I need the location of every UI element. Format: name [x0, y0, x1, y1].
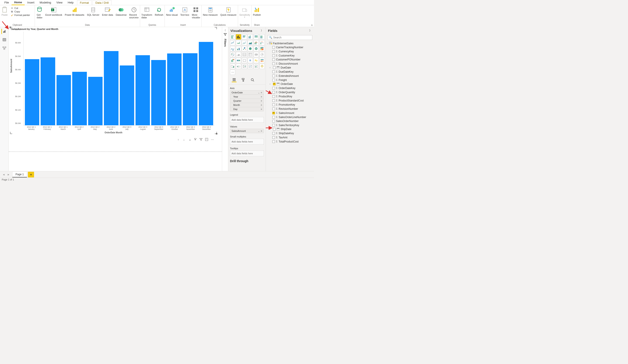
field-promotionkey[interactable]: ΣPromotionKey [267, 103, 313, 107]
viz-type-9[interactable] [248, 40, 253, 45]
axis-item-day[interactable]: Day✕ [230, 107, 264, 111]
expand-button[interactable] [194, 138, 197, 141]
field-carriertrackingnumber[interactable]: CarrierTrackingNumber [267, 45, 313, 49]
field-salesamount[interactable]: ΣSalesAmount [267, 111, 313, 115]
viz-type-14[interactable] [242, 46, 247, 51]
field-freight[interactable]: ΣFreight [267, 78, 313, 82]
focus-mode-button[interactable] [205, 138, 208, 141]
copy-button[interactable]: ⧉Copy [10, 10, 30, 13]
viz-type-21[interactable] [248, 52, 253, 57]
chart-bar[interactable] [57, 75, 71, 125]
chart-bar[interactable] [136, 55, 150, 125]
viz-type-7[interactable] [236, 40, 241, 45]
menu-home[interactable]: Home [11, 0, 25, 5]
field-checkbox[interactable] [272, 75, 275, 77]
axis-field-orderdate[interactable]: OrderDate⌄✕ [230, 90, 264, 95]
analytics-mode-button[interactable] [250, 77, 255, 82]
viz-type-28[interactable]: Py [253, 58, 259, 63]
menu-insert[interactable]: Insert [25, 0, 37, 5]
field-checkbox[interactable] [272, 99, 275, 102]
chart-bar[interactable] [25, 59, 39, 125]
field-orderquantity[interactable]: ΣOrderQuantity [267, 90, 313, 94]
add-page-button[interactable]: + [28, 172, 34, 177]
viz-type-17[interactable] [259, 46, 265, 51]
viz-type-30[interactable] [230, 64, 235, 69]
recent-sources-button[interactable]: Recentsources▾ [128, 6, 140, 19]
sm-well-placeholder[interactable]: Add data fields here [230, 139, 264, 145]
axis-item-quarter[interactable]: Quarter✕ [230, 99, 264, 103]
field-checkbox[interactable] [272, 58, 275, 61]
field-checkbox[interactable] [272, 95, 275, 98]
field-checkbox[interactable] [272, 71, 275, 73]
cut-button[interactable]: ✂Cut [10, 6, 30, 10]
field-duedatekey[interactable]: ΣDueDateKey [267, 70, 313, 74]
menu-data-drill[interactable]: Data / Drill [92, 0, 111, 5]
field-checkbox[interactable] [273, 83, 276, 85]
chart-bar[interactable] [151, 60, 166, 125]
field-checkbox[interactable] [272, 46, 275, 49]
chart-bar[interactable] [88, 77, 103, 125]
remove-month[interactable]: ✕ [260, 104, 262, 106]
viz-type-12[interactable] [230, 46, 235, 51]
refresh-button[interactable]: Refresh [154, 6, 165, 17]
viz-type-16[interactable] [253, 46, 259, 51]
tooltips-well-placeholder[interactable]: Add data fields here [230, 150, 264, 156]
viz-type-27[interactable]: R [248, 58, 253, 63]
viz-type-36[interactable]: ⋯ [230, 70, 235, 75]
remove-day[interactable]: ✕ [260, 108, 262, 110]
menu-view[interactable]: View [54, 0, 65, 5]
table-factinternetsales[interactable]: ⌵ FactInternetSales [267, 41, 313, 45]
drill-all-button[interactable]: ↓↓ [188, 138, 191, 141]
fields-search[interactable]: 🔍 [267, 35, 312, 40]
field-checkbox[interactable] [272, 54, 275, 57]
viz-type-6[interactable] [230, 40, 235, 45]
field-checkbox[interactable] [272, 136, 275, 139]
menu-modeling[interactable]: Modeling [37, 0, 54, 5]
field-checkbox[interactable] [272, 120, 275, 122]
field-salesterritorykey[interactable]: ΣSalesTerritoryKey [267, 123, 313, 127]
viz-type-19[interactable] [236, 52, 241, 57]
viz-type-1[interactable] [236, 34, 241, 40]
field-checkbox[interactable] [272, 87, 275, 89]
field-checkbox[interactable] [272, 108, 275, 110]
viz-type-33[interactable] [248, 64, 253, 69]
field-checkbox[interactable] [272, 91, 275, 94]
viz-type-31[interactable] [236, 64, 241, 69]
viz-type-22[interactable]: 123 [253, 52, 259, 57]
viz-type-26[interactable] [242, 58, 247, 63]
viz-type-23[interactable] [259, 52, 265, 57]
field-productkey[interactable]: ΣProductKey [267, 94, 313, 98]
publish-button[interactable]: Publish [252, 6, 262, 17]
get-data-button[interactable]: Getdata▾ [35, 6, 44, 19]
dataverse-button[interactable]: Dataverse [114, 6, 128, 17]
chart-bar[interactable] [167, 54, 182, 125]
fields-search-input[interactable] [273, 36, 311, 39]
menu-file[interactable]: File [2, 0, 11, 5]
field-checkbox[interactable] [272, 132, 275, 135]
pbi-datasets-button[interactable]: Power BI datasets [64, 6, 85, 17]
values-field-salesamount[interactable]: SalesAmount⌄✕ [230, 129, 264, 133]
field-checkbox[interactable] [272, 63, 275, 65]
field-checkbox[interactable] [273, 128, 276, 131]
viz-type-8[interactable] [242, 40, 247, 45]
axis-item-year[interactable]: Year✕ [230, 95, 264, 99]
field-taxamt[interactable]: ΣTaxAmt [267, 135, 313, 140]
format-painter-button[interactable]: 🖌Format painter [10, 13, 30, 17]
chart-visual[interactable]: SalesAmount by Year, Quarter and Month S… [10, 27, 217, 134]
new-visual-button[interactable]: +New visual [165, 6, 179, 17]
legend-well-placeholder[interactable]: Add data fields here [230, 117, 264, 123]
viz-type-20[interactable] [242, 52, 247, 57]
remove-salesamount[interactable]: ✕ [260, 130, 262, 132]
field-totalproductcost[interactable]: ΣTotalProductCost [267, 140, 313, 144]
viz-type-0[interactable] [230, 34, 235, 40]
field-revisionnumber[interactable]: ΣRevisionNumber [267, 107, 313, 111]
drill-up-button[interactable]: ↑ [176, 138, 180, 141]
field-checkbox[interactable] [272, 103, 275, 106]
more-options-button[interactable]: ⋯ [211, 138, 214, 141]
filter-button[interactable] [199, 138, 203, 141]
field-salesordernumber[interactable]: SalesOrderNumber [267, 119, 313, 123]
quick-measure-button[interactable]: Quick measure [219, 6, 238, 17]
field-orderdate[interactable]: ›OrderDate [267, 82, 313, 86]
viz-type-35[interactable] [259, 64, 265, 69]
field-orderdatekey[interactable]: ΣOrderDateKey [267, 86, 313, 90]
